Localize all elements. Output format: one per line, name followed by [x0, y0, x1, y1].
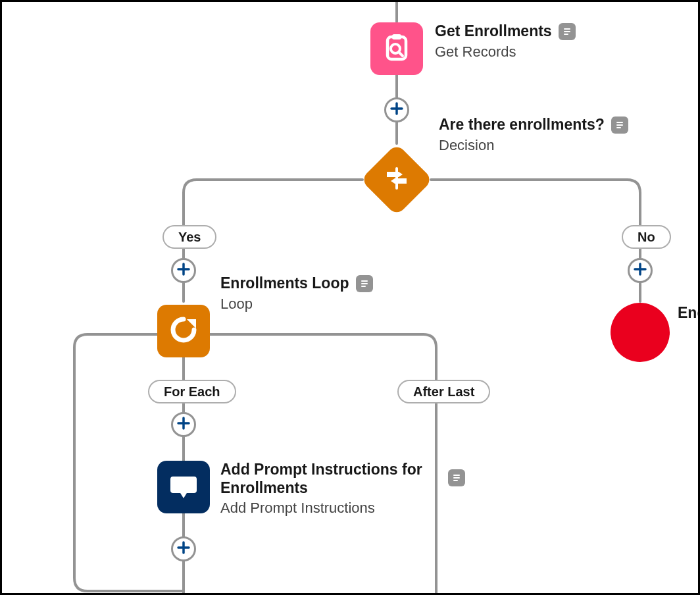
signpost-icon	[383, 165, 411, 195]
add-element-button[interactable]	[628, 258, 653, 283]
outcome-label: After Last	[413, 384, 474, 399]
add-prompt-label: Add Prompt Instructions for Enrollments …	[220, 461, 431, 517]
loop-refresh-icon	[167, 313, 200, 349]
svg-rect-1	[392, 34, 401, 39]
add-element-button[interactable]	[171, 258, 196, 283]
plus-icon	[176, 416, 191, 433]
add-prompt-instructions-node[interactable]	[157, 461, 210, 513]
plus-icon	[176, 262, 191, 279]
description-icon[interactable]	[448, 469, 465, 486]
outcome-label: For Each	[164, 384, 220, 399]
outcome-label: Yes	[178, 230, 201, 244]
node-subtitle: Decision	[439, 137, 628, 154]
node-title: End	[678, 304, 700, 321]
end-node[interactable]	[611, 303, 670, 362]
add-element-button[interactable]	[384, 97, 409, 122]
outcome-pill-after-last[interactable]: After Last	[397, 380, 490, 403]
outcome-pill-no[interactable]: No	[622, 225, 671, 249]
node-title: Enrollments Loop	[220, 274, 349, 293]
get-records-node[interactable]	[370, 22, 423, 75]
node-title: Add Prompt Instructions for Enrollments	[220, 461, 431, 497]
plus-icon	[176, 540, 191, 557]
chat-bubble-icon	[167, 469, 200, 505]
description-icon[interactable]	[611, 116, 628, 134]
outcome-pill-for-each[interactable]: For Each	[148, 380, 236, 403]
decision-node[interactable]	[361, 143, 433, 216]
decision-label: Are there enrollments? Decision	[439, 116, 628, 154]
description-icon[interactable]	[356, 275, 373, 292]
add-element-button[interactable]	[171, 412, 196, 437]
add-element-button[interactable]	[171, 536, 196, 561]
svg-line-3	[399, 52, 403, 56]
node-subtitle: Get Records	[435, 43, 576, 61]
loop-label: Enrollments Loop Loop	[220, 274, 373, 313]
node-title: Get Enrollments	[435, 22, 552, 41]
node-subtitle: Add Prompt Instructions	[220, 500, 431, 517]
node-subtitle: Loop	[220, 296, 373, 313]
outcome-pill-yes[interactable]: Yes	[162, 225, 216, 249]
outcome-label: No	[638, 230, 655, 244]
plus-icon	[633, 262, 647, 279]
description-icon[interactable]	[559, 23, 576, 40]
plus-icon	[389, 101, 404, 118]
clipboard-search-icon	[381, 32, 413, 66]
node-title: Are there enrollments?	[439, 116, 605, 134]
loop-node[interactable]	[157, 305, 210, 357]
get-records-label: Get Enrollments Get Records	[435, 22, 576, 61]
end-label: End	[678, 304, 700, 323]
flow-canvas[interactable]: Get Enrollments Get Records	[0, 0, 700, 595]
